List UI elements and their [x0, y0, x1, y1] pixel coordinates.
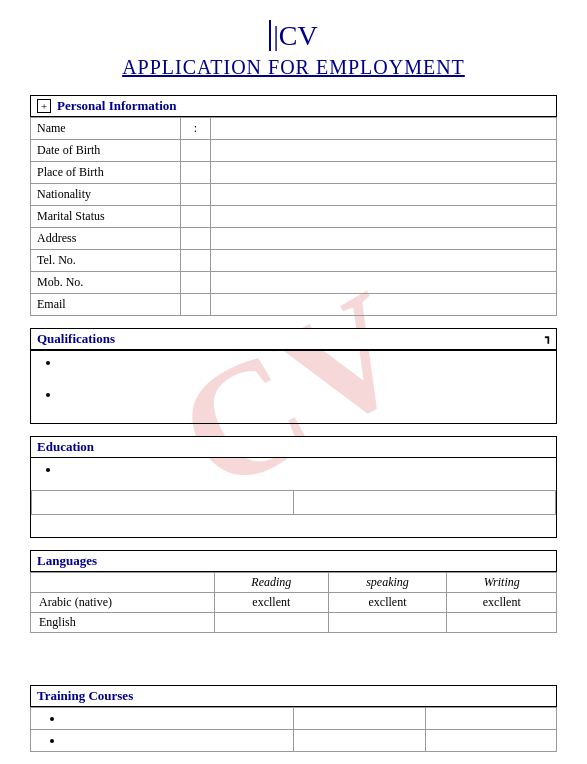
edu-cell[interactable]: [294, 491, 556, 515]
education-list: [31, 462, 556, 482]
table-header-row: Reading speaking Writing: [31, 573, 557, 593]
lang-speaking[interactable]: [328, 613, 447, 633]
field-label: Email: [31, 294, 181, 316]
education-body: [30, 458, 557, 538]
table-row: Arabic (native) excllent excllent exclle…: [31, 593, 557, 613]
qualifications-list: [31, 355, 556, 409]
training-section: Training Courses: [30, 685, 557, 752]
qualifications-label: Qualifications: [37, 331, 115, 347]
lang-col-speaking: speaking: [328, 573, 447, 593]
field-value[interactable]: [211, 184, 557, 206]
field-value[interactable]: [211, 272, 557, 294]
field-sep: [181, 294, 211, 316]
field-label: Name: [31, 118, 181, 140]
field-label: Marital Status: [31, 206, 181, 228]
field-sep: [181, 206, 211, 228]
edu-cell[interactable]: [32, 491, 294, 515]
table-row: [32, 491, 556, 515]
table-row: Mob. No.: [31, 272, 557, 294]
content: |CV APPLICATION FOR EMPLOYMENT + Persona…: [30, 20, 557, 752]
field-label: Date of Birth: [31, 140, 181, 162]
lang-reading[interactable]: [215, 613, 329, 633]
list-item[interactable]: [65, 733, 293, 749]
education-label: Education: [37, 439, 94, 455]
lang-name: English: [31, 613, 215, 633]
table-row: Date of Birth: [31, 140, 557, 162]
training-cell[interactable]: [425, 708, 557, 730]
table-row: [31, 708, 557, 730]
page: CV |CV APPLICATION FOR EMPLOYMENT + Pers…: [0, 0, 587, 764]
cv-title: |CV: [269, 20, 318, 51]
training-table: [30, 707, 557, 752]
field-value[interactable]: [211, 206, 557, 228]
lang-col-writing: Writing: [447, 573, 557, 593]
languages-header: Languages: [30, 550, 557, 572]
field-label: Nationality: [31, 184, 181, 206]
field-value[interactable]: [211, 228, 557, 250]
personal-info-section: + Personal Information Name : Date of Bi…: [30, 95, 557, 316]
personal-info-header: + Personal Information: [30, 95, 557, 117]
lang-writing[interactable]: [447, 613, 557, 633]
expand-icon[interactable]: +: [37, 99, 51, 113]
table-row: Marital Status: [31, 206, 557, 228]
field-sep: [181, 228, 211, 250]
field-value[interactable]: [211, 162, 557, 184]
list-item[interactable]: [65, 711, 293, 727]
lang-reading: excllent: [215, 593, 329, 613]
table-row: Place of Birth: [31, 162, 557, 184]
qualifications-body: [30, 350, 557, 424]
field-value[interactable]: [211, 294, 557, 316]
table-row: English: [31, 613, 557, 633]
field-label: Mob. No.: [31, 272, 181, 294]
personal-info-table: Name : Date of Birth Place of Birth Nati…: [30, 117, 557, 316]
lang-speaking: excllent: [328, 593, 447, 613]
field-sep: [181, 250, 211, 272]
table-row: Name :: [31, 118, 557, 140]
app-title: APPLICATION FOR EMPLOYMENT: [30, 56, 557, 79]
lang-name: Arabic (native): [31, 593, 215, 613]
table-row: Email: [31, 294, 557, 316]
training-cell[interactable]: [294, 730, 426, 752]
field-sep: [181, 272, 211, 294]
field-sep: :: [181, 118, 211, 140]
lang-writing: excllent: [447, 593, 557, 613]
languages-section: Languages Reading speaking Writing Arabi…: [30, 550, 557, 633]
list-item[interactable]: [61, 462, 556, 482]
training-cell[interactable]: [425, 730, 557, 752]
education-section: Education: [30, 436, 557, 538]
field-label: Address: [31, 228, 181, 250]
field-sep: [181, 184, 211, 206]
table-row: Tel. No.: [31, 250, 557, 272]
languages-label: Languages: [37, 553, 97, 569]
training-cell[interactable]: [294, 708, 426, 730]
training-bullet-row: [31, 730, 294, 752]
field-label: Place of Birth: [31, 162, 181, 184]
table-row: Address: [31, 228, 557, 250]
training-header: Training Courses: [30, 685, 557, 707]
qual-corner: ┓: [545, 331, 552, 344]
education-header: Education: [30, 436, 557, 458]
field-value[interactable]: [211, 118, 557, 140]
field-sep: [181, 162, 211, 184]
lang-col-lang: [31, 573, 215, 593]
field-value[interactable]: [211, 140, 557, 162]
education-table: [31, 490, 556, 515]
header: |CV APPLICATION FOR EMPLOYMENT: [30, 20, 557, 79]
list-item[interactable]: [61, 387, 556, 409]
languages-table: Reading speaking Writing Arabic (native)…: [30, 572, 557, 633]
list-item[interactable]: [61, 355, 556, 377]
training-label: Training Courses: [37, 688, 133, 704]
spacer: [30, 645, 557, 669]
personal-info-label: Personal Information: [57, 98, 177, 114]
lang-col-reading: Reading: [215, 573, 329, 593]
field-label: Tel. No.: [31, 250, 181, 272]
table-row: [31, 730, 557, 752]
field-value[interactable]: [211, 250, 557, 272]
qualifications-header: Qualifications ┓: [30, 328, 557, 350]
table-row: Nationality: [31, 184, 557, 206]
training-bullet-row: [31, 708, 294, 730]
field-sep: [181, 140, 211, 162]
qualifications-section: Qualifications ┓: [30, 328, 557, 424]
